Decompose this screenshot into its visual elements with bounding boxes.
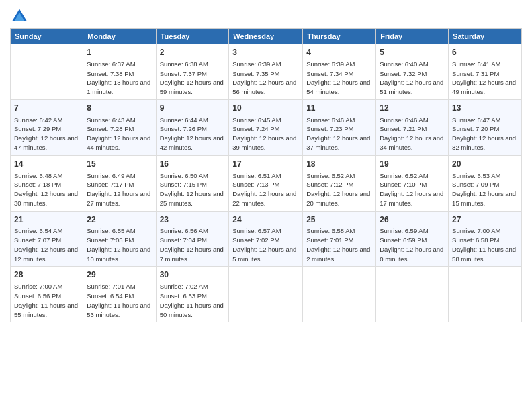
column-header-sunday: Sunday — [11, 29, 83, 44]
day-info: Sunrise: 6:47 AMSunset: 7:20 PMDaylight:… — [452, 116, 518, 152]
sunrise-text: Sunrise: 7:01 AM — [87, 283, 135, 290]
day-info: Sunrise: 6:58 AMSunset: 7:01 PMDaylight:… — [306, 226, 372, 263]
day-number: 20 — [452, 158, 518, 170]
sunset-text: Sunset: 7:21 PM — [380, 125, 427, 132]
day-number: 28 — [14, 269, 79, 281]
day-number: 27 — [452, 214, 518, 226]
day-info: Sunrise: 6:44 AMSunset: 7:26 PMDaylight:… — [160, 116, 226, 152]
calendar-cell — [376, 267, 449, 322]
sunset-text: Sunset: 7:18 PM — [14, 181, 61, 188]
sunset-text: Sunset: 7:26 PM — [160, 125, 207, 132]
sunrise-text: Sunrise: 6:51 AM — [232, 172, 281, 179]
daylight-text: Daylight: 11 hours and 58 minutes. — [452, 246, 516, 263]
daylight-text: Daylight: 11 hours and 55 minutes. — [14, 302, 78, 318]
day-number: 19 — [380, 158, 445, 170]
sunset-text: Sunset: 7:15 PM — [160, 181, 207, 188]
daylight-text: Daylight: 12 hours and 10 minutes. — [87, 246, 150, 263]
day-info: Sunrise: 6:41 AMSunset: 7:31 PMDaylight:… — [452, 60, 518, 97]
day-info: Sunrise: 6:42 AMSunset: 7:29 PMDaylight:… — [14, 116, 79, 152]
daylight-text: Daylight: 12 hours and 20 minutes. — [306, 190, 370, 207]
calendar-cell: 17Sunrise: 6:51 AMSunset: 7:13 PMDayligh… — [229, 155, 303, 211]
sunrise-text: Sunrise: 6:54 AM — [14, 227, 62, 234]
calendar-cell: 19Sunrise: 6:52 AMSunset: 7:10 PMDayligh… — [376, 155, 449, 211]
day-number: 15 — [87, 158, 152, 170]
calendar-cell: 9Sunrise: 6:44 AMSunset: 7:26 PMDaylight… — [156, 99, 229, 155]
sunset-text: Sunset: 6:58 PM — [452, 236, 499, 244]
logo-icon — [10, 7, 29, 26]
day-info: Sunrise: 6:57 AMSunset: 7:02 PMDaylight:… — [232, 226, 299, 263]
header — [10, 7, 522, 26]
daylight-text: Daylight: 12 hours and 30 minutes. — [14, 190, 78, 207]
calendar-cell: 20Sunrise: 6:53 AMSunset: 7:09 PMDayligh… — [449, 155, 522, 211]
calendar-cell: 25Sunrise: 6:58 AMSunset: 7:01 PMDayligh… — [303, 211, 376, 267]
calendar-cell: 7Sunrise: 6:42 AMSunset: 7:29 PMDaylight… — [11, 99, 83, 155]
daylight-text: Daylight: 12 hours and 22 minutes. — [232, 190, 296, 207]
calendar-cell: 26Sunrise: 6:59 AMSunset: 6:59 PMDayligh… — [376, 211, 449, 267]
day-number: 11 — [306, 103, 372, 114]
daylight-text: Daylight: 12 hours and 42 minutes. — [160, 134, 224, 151]
calendar-cell: 30Sunrise: 7:02 AMSunset: 6:53 PMDayligh… — [156, 267, 229, 322]
day-info: Sunrise: 6:56 AMSunset: 7:04 PMDaylight:… — [160, 226, 226, 263]
day-number: 25 — [306, 214, 372, 226]
calendar-cell: 28Sunrise: 7:00 AMSunset: 6:56 PMDayligh… — [11, 267, 83, 322]
day-number: 1 — [87, 47, 152, 58]
column-header-friday: Friday — [376, 29, 449, 44]
sunset-text: Sunset: 7:02 PM — [232, 236, 279, 244]
day-number: 16 — [160, 158, 226, 170]
day-number: 24 — [232, 214, 299, 226]
day-info: Sunrise: 6:46 AMSunset: 7:21 PMDaylight:… — [380, 116, 445, 152]
sunset-text: Sunset: 7:32 PM — [380, 70, 427, 77]
sunrise-text: Sunrise: 6:47 AM — [452, 116, 500, 124]
column-header-thursday: Thursday — [303, 29, 376, 44]
day-info: Sunrise: 6:48 AMSunset: 7:18 PMDaylight:… — [14, 171, 79, 208]
calendar-cell: 1Sunrise: 6:37 AMSunset: 7:38 PMDaylight… — [83, 44, 156, 100]
day-info: Sunrise: 7:00 AMSunset: 6:58 PMDaylight:… — [452, 226, 518, 263]
day-number: 14 — [14, 158, 79, 170]
calendar-cell: 14Sunrise: 6:48 AMSunset: 7:18 PMDayligh… — [11, 155, 83, 211]
daylight-text: Daylight: 13 hours and 1 minute. — [87, 79, 150, 95]
daylight-text: Daylight: 12 hours and 59 minutes. — [160, 79, 224, 95]
daylight-text: Daylight: 12 hours and 37 minutes. — [306, 134, 370, 151]
calendar-cell: 24Sunrise: 6:57 AMSunset: 7:02 PMDayligh… — [229, 211, 303, 267]
sunset-text: Sunset: 7:23 PM — [306, 125, 353, 132]
sunset-text: Sunset: 7:20 PM — [452, 125, 499, 132]
daylight-text: Daylight: 12 hours and 5 minutes. — [232, 246, 296, 263]
week-row-5: 28Sunrise: 7:00 AMSunset: 6:56 PMDayligh… — [11, 267, 522, 322]
week-row-2: 7Sunrise: 6:42 AMSunset: 7:29 PMDaylight… — [11, 99, 522, 155]
sunset-text: Sunset: 7:38 PM — [87, 70, 134, 77]
day-info: Sunrise: 6:51 AMSunset: 7:13 PMDaylight:… — [232, 171, 299, 208]
daylight-text: Daylight: 12 hours and 17 minutes. — [380, 190, 443, 207]
day-number: 30 — [160, 269, 226, 281]
day-info: Sunrise: 6:39 AMSunset: 7:35 PMDaylight:… — [232, 60, 299, 97]
logo — [10, 7, 32, 26]
calendar-cell — [303, 267, 376, 322]
day-number: 17 — [232, 158, 299, 170]
sunrise-text: Sunrise: 6:42 AM — [14, 116, 62, 124]
daylight-text: Daylight: 12 hours and 51 minutes. — [380, 79, 443, 95]
calendar-cell: 11Sunrise: 6:46 AMSunset: 7:23 PMDayligh… — [303, 99, 376, 155]
day-number: 4 — [306, 47, 372, 58]
sunset-text: Sunset: 7:13 PM — [232, 181, 279, 188]
day-number: 29 — [87, 269, 152, 281]
calendar-table: SundayMondayTuesdayWednesdayThursdayFrid… — [10, 28, 522, 322]
daylight-text: Daylight: 12 hours and 49 minutes. — [452, 79, 516, 95]
day-info: Sunrise: 6:53 AMSunset: 7:09 PMDaylight:… — [452, 171, 518, 208]
day-info: Sunrise: 6:59 AMSunset: 6:59 PMDaylight:… — [380, 226, 445, 263]
day-number: 23 — [160, 214, 226, 226]
week-row-1: 1Sunrise: 6:37 AMSunset: 7:38 PMDaylight… — [11, 44, 522, 100]
day-number: 7 — [14, 103, 79, 114]
sunrise-text: Sunrise: 6:46 AM — [380, 116, 428, 124]
sunrise-text: Sunrise: 6:57 AM — [232, 227, 281, 234]
daylight-text: Daylight: 12 hours and 12 minutes. — [14, 246, 78, 263]
day-info: Sunrise: 6:37 AMSunset: 7:38 PMDaylight:… — [87, 60, 152, 97]
day-info: Sunrise: 6:39 AMSunset: 7:34 PMDaylight:… — [306, 60, 372, 97]
sunrise-text: Sunrise: 6:44 AM — [160, 116, 208, 124]
daylight-text: Daylight: 12 hours and 34 minutes. — [380, 134, 443, 151]
daylight-text: Daylight: 12 hours and 56 minutes. — [232, 79, 296, 95]
week-row-4: 21Sunrise: 6:54 AMSunset: 7:07 PMDayligh… — [11, 211, 522, 267]
sunset-text: Sunset: 7:04 PM — [160, 236, 207, 244]
calendar-cell: 27Sunrise: 7:00 AMSunset: 6:58 PMDayligh… — [449, 211, 522, 267]
day-info: Sunrise: 6:52 AMSunset: 7:12 PMDaylight:… — [306, 171, 372, 208]
day-info: Sunrise: 7:00 AMSunset: 6:56 PMDaylight:… — [14, 282, 79, 319]
column-header-tuesday: Tuesday — [156, 29, 229, 44]
